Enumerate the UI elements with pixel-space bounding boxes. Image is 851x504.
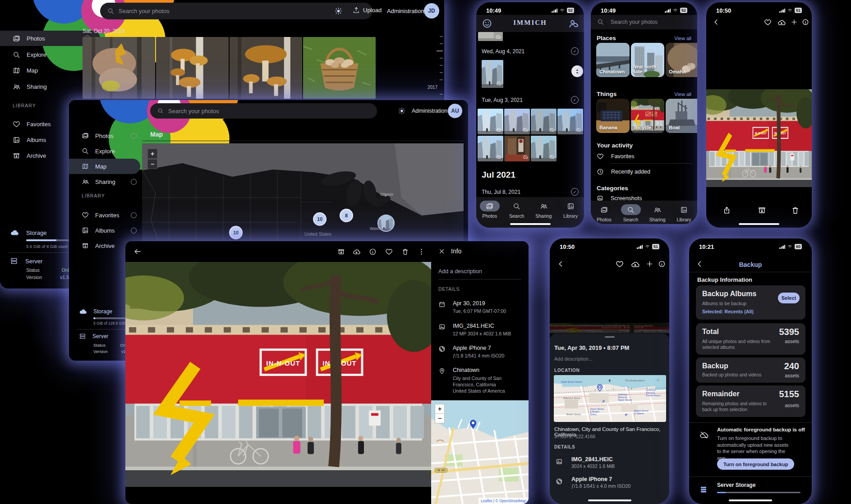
sidebar-item-map[interactable]: Map [69,159,140,174]
home-indicator[interactable] [739,223,779,225]
thing-card[interactable]: IN-N-OUTIN-N-OUTBicycle [631,99,664,133]
user-avatar[interactable]: AU [448,104,462,118]
places-view-all-link[interactable]: View all [674,36,691,41]
photo-thumbnail[interactable] [531,109,557,134]
administration-link[interactable]: Administration [412,108,447,114]
more-options-icon[interactable] [418,248,425,256]
search-input[interactable]: Search your photos [150,103,377,119]
place-card[interactable]: Omaha [666,43,697,77]
trash-icon[interactable] [401,248,409,256]
photo-thumbnail[interactable] [83,37,155,99]
search-bar[interactable]: Search your photos [591,15,697,29]
map-cluster[interactable]: 10 [229,226,243,239]
photo-thumbnail[interactable] [557,109,583,134]
select-button[interactable]: Select [778,293,800,303]
sidebar-item-albums[interactable]: Albums [69,223,140,238]
select-all-check-icon[interactable]: ✓ [571,47,579,55]
nav-photos[interactable]: Photos [480,201,500,219]
administration-link[interactable]: Administration [387,8,424,14]
photo-viewer-in-n-out[interactable]: IN-N-OUTIN-N-OUT [125,262,431,487]
map-cluster[interactable]: 8 [340,209,353,222]
info-icon[interactable] [802,18,809,26]
photo-thumbnail[interactable] [504,109,530,134]
photo-strip[interactable]: IN-N-OUTIN-N-OUT [550,323,669,334]
map-photo-marker[interactable] [377,215,395,232]
nav-sharing[interactable]: Sharing [534,201,553,219]
thing-card[interactable]: Banana [596,99,630,133]
photo-in-n-out[interactable]: IN-N-OUTIN-N-OUT [706,89,812,187]
nav-library[interactable]: Library [561,201,580,219]
theme-toggle-sun-icon[interactable] [335,7,342,15]
things-view-all-link[interactable]: View all [674,92,691,97]
description-input[interactable]: Add a description [438,268,482,275]
home-indicator[interactable] [729,499,772,501]
back-arrow-icon[interactable] [133,247,142,256]
upload-cloud-icon[interactable] [631,260,639,269]
zoom-out-button[interactable]: − [435,413,445,423]
select-all-check-icon[interactable]: ✓ [571,96,579,104]
nav-search[interactable]: Search [621,204,641,222]
backup-user-icon[interactable] [568,18,579,29]
photo-thumbnail[interactable] [482,60,503,88]
nav-photos[interactable]: Photos [594,204,614,222]
sidebar-item-photos[interactable]: Photos [69,128,140,143]
photo-thumbnail[interactable] [478,32,503,41]
place-card[interactable]: Chinatown [596,43,630,77]
upload-button[interactable]: Upload [353,6,382,14]
zoom-in-button[interactable]: + [435,404,445,414]
zoom-out-button[interactable]: − [147,159,157,169]
archive-icon[interactable] [337,248,345,256]
description-input[interactable]: Add description... [554,356,593,362]
photo-thumbnail[interactable] [156,37,229,99]
user-avatar[interactable]: JD [424,3,439,18]
photo-thumbnail[interactable] [478,136,503,161]
add-icon[interactable] [646,260,653,268]
sidebar-item-sharing[interactable]: Sharing [69,174,140,189]
location-map[interactable]: ××××✝⚓ Hyde Street Harbor The Embarcader… [554,375,666,422]
map-attribution[interactable]: Leaflet | © OpenStreetMap [478,498,529,504]
turn-on-foreground-backup-button[interactable]: Turn on foreground backup [717,458,794,470]
sheet-drag-handle[interactable] [605,336,615,338]
close-icon[interactable] [438,248,445,255]
photo-thumbnail[interactable] [531,136,557,161]
back-chevron-icon[interactable] [557,260,565,268]
select-all-check-icon[interactable]: ✓ [571,188,579,196]
scrollbar-thumb[interactable]: ▲▼ [571,65,583,77]
trash-icon[interactable] [791,206,800,215]
info-icon[interactable] [369,248,377,256]
photo-thumbnail[interactable] [478,109,503,134]
search-input[interactable]: Search your photos [100,3,373,19]
sidebar-item-favorites[interactable]: Favorites [69,207,140,223]
add-icon[interactable] [791,18,798,26]
zoom-in-button[interactable]: + [147,149,157,159]
map-cluster[interactable]: 10 [313,212,327,226]
back-chevron-icon[interactable] [713,18,720,26]
photo-thumbnail[interactable] [230,37,302,99]
nav-sharing[interactable]: Sharing [648,204,667,222]
info-icon[interactable] [658,260,666,268]
place-card[interactable]: Near north side [631,43,664,77]
thing-card[interactable]: Boat [666,99,697,133]
upload-cloud-icon[interactable] [777,18,786,27]
favorite-heart-icon[interactable] [616,260,624,268]
photos-icon [600,206,608,214]
theme-toggle-sun-icon[interactable] [398,107,405,115]
stat-desc: Backed up photos and videos [702,372,774,377]
search-placeholder: Search your photos [168,108,219,115]
activity-recently-added[interactable]: Recently added [597,168,650,175]
home-indicator[interactable] [588,499,631,501]
location-minimap[interactable]: + − US 101 Leaflet | © OpenStreetMap [431,400,529,504]
nav-search[interactable]: Search [507,201,527,219]
sidebar-item-explore[interactable]: Explore [69,143,140,159]
favorite-heart-icon[interactable] [764,18,772,26]
share-icon[interactable] [722,206,731,215]
photo-thumbnail[interactable] [303,37,376,99]
photo-thumbnail[interactable] [504,136,530,161]
download-cloud-icon[interactable] [353,248,360,256]
favorite-heart-icon[interactable] [385,248,393,256]
nav-library[interactable]: Library [674,204,694,222]
home-indicator[interactable] [510,223,551,225]
timeline-date-header: Sat, Oct 20, 2018 [83,28,124,34]
activity-favorites[interactable]: Favorites [597,153,634,160]
archive-icon[interactable] [758,206,766,215]
